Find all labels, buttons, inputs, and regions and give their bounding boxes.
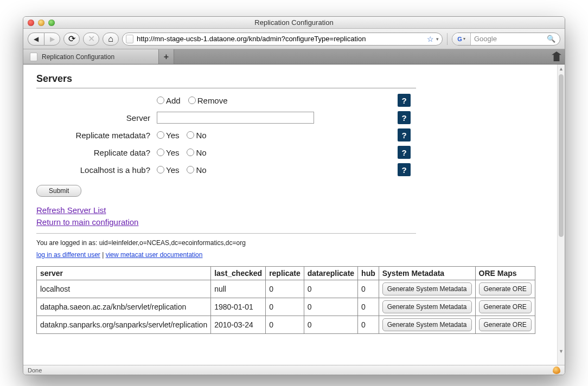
no-radio[interactable] [187,131,194,139]
col-sysmeta: System Metadata [379,266,475,280]
submit-button[interactable]: Submit [36,185,81,197]
no-radio[interactable] [187,166,194,173]
browser-toolbar: ◀ ▶ ⟳ ✕ ⌂ http://mn-stage-ucsb-1.dataone… [23,29,565,49]
replicate-metadata-no[interactable]: No [187,131,206,140]
table-row: datapha.saeon.ac.za/knb/servlet/replicat… [37,298,535,316]
vertical-scrollbar[interactable]: ▲ ▼ [557,65,565,365]
minimize-window-button[interactable] [38,20,44,26]
server-label: Server [36,113,150,123]
cell-sysmeta: Generate System Metadata [379,280,475,298]
add-option[interactable]: Add [157,96,181,105]
remove-option[interactable]: Remove [188,96,228,105]
search-box[interactable]: G ▾ Google 🔍 [452,33,560,46]
site-identity-icon[interactable] [126,35,133,43]
bookmark-star-icon[interactable]: ☆ [427,35,434,43]
generate-sysmeta-button[interactable]: Generate System Metadata [382,300,472,313]
yes-radio[interactable] [157,166,164,173]
generate-sysmeta-button[interactable]: Generate System Metadata [382,282,472,295]
col-replicate: replicate [266,266,304,280]
home-button[interactable]: ⌂ [103,33,119,46]
cell-server: datapha.saeon.ac.za/knb/servlet/replicat… [37,298,211,316]
replicate-data-no[interactable]: No [187,148,206,157]
scroll-up-icon[interactable]: ▲ [558,66,565,72]
cell-datareplicate: 0 [304,280,357,298]
help-icon[interactable]: ? [398,163,411,176]
help-icon[interactable]: ? [398,146,411,159]
help-icon[interactable]: ? [398,128,411,141]
table-header-row: server last_checked replicate datareplic… [37,266,535,280]
reload-button[interactable]: ⟳ [63,33,80,46]
home-icon: ⌂ [108,34,113,44]
form-row-server: Server ? [36,111,416,124]
col-hub: hub [358,266,379,280]
table-row: localhostnull000Generate System Metadata… [37,280,535,298]
remove-radio[interactable] [188,97,196,104]
new-tab-button[interactable]: + [159,49,174,64]
no-radio[interactable] [187,149,194,156]
cell-hub: 0 [358,280,379,298]
window-title: Replication Configuration [23,18,565,27]
cell-ore: Generate ORE [475,298,535,316]
url-dropdown-icon[interactable]: ▾ [436,36,439,42]
form-row-action: Add Remove ? [36,94,416,107]
server-input[interactable] [157,112,314,124]
tab-strip: Replication Configuration + [23,49,565,65]
heading-rule [36,88,416,88]
cell-sysmeta: Generate System Metadata [379,298,475,316]
status-text: Done [28,367,42,374]
hub-label: Localhost is a hub? [36,165,150,175]
search-engine-button[interactable]: G ▾ [452,33,471,45]
generate-ore-button[interactable]: Generate ORE [479,300,532,313]
zoom-window-button[interactable] [48,20,55,26]
back-button[interactable]: ◀ [28,33,44,46]
browser-window: Replication Configuration ◀ ▶ ⟳ ✕ ⌂ http… [23,16,565,375]
cell-last-checked: 1980-01-01 [211,298,266,316]
cell-replicate: 0 [266,298,304,316]
forward-icon: ▶ [50,35,55,43]
page-content: Servers Add Remove ? Server ? [23,65,557,365]
scroll-down-icon[interactable]: ▼ [558,349,565,354]
col-server: server [37,266,211,280]
cell-replicate: 0 [266,316,304,333]
yes-radio[interactable] [157,149,164,156]
cell-sysmeta: Generate System Metadata [379,316,475,333]
cell-datareplicate: 0 [304,316,357,333]
form-row-replicate-data: Replicate data? Yes No ? [36,146,416,159]
tab-replication-configuration[interactable]: Replication Configuration [23,49,159,64]
view-docs-link[interactable]: view metacat user documentation [106,251,203,259]
help-icon[interactable]: ? [398,94,411,107]
close-window-button[interactable] [28,20,34,26]
form-row-hub: Localhost is a hub? Yes No ? [36,163,416,176]
col-datareplicate: datareplicate [304,266,357,280]
refresh-server-list-link[interactable]: Refresh Server List [36,205,106,215]
window-controls [28,20,55,26]
yes-radio[interactable] [157,131,164,139]
replicate-metadata-yes[interactable]: Yes [157,131,179,140]
tab-label: Replication Configuration [42,53,114,61]
generate-ore-button[interactable]: Generate ORE [479,318,532,331]
help-icon[interactable]: ? [398,111,411,124]
logged-in-text: You are logged in as: uid=leinfelder,o=N… [36,239,544,247]
login-other-user-link[interactable]: log in as different user [36,251,100,259]
cell-datareplicate: 0 [304,298,357,316]
hub-yes[interactable]: Yes [157,165,179,175]
firebug-icon[interactable] [553,366,560,374]
generate-ore-button[interactable]: Generate ORE [479,282,532,295]
scroll-thumb[interactable] [559,74,564,237]
stop-button[interactable]: ✕ [83,33,99,46]
replicate-data-yes[interactable]: Yes [157,148,179,157]
add-radio[interactable] [157,97,164,104]
return-main-config-link[interactable]: Return to main configuration [36,217,138,227]
bookmarks-button-icon[interactable] [552,52,561,61]
nav-back-forward: ◀ ▶ [28,33,60,46]
hub-no[interactable]: No [187,165,206,175]
cell-hub: 0 [358,298,379,316]
search-icon[interactable]: 🔍 [547,35,555,43]
back-icon: ◀ [34,35,39,43]
cell-replicate: 0 [266,280,304,298]
reload-icon: ⟳ [68,34,75,44]
forward-button[interactable]: ▶ [44,33,60,46]
generate-sysmeta-button[interactable]: Generate System Metadata [382,318,472,331]
address-bar[interactable]: http://mn-stage-ucsb-1.dataone.org/knb/a… [122,33,443,46]
cell-ore: Generate ORE [475,316,535,333]
